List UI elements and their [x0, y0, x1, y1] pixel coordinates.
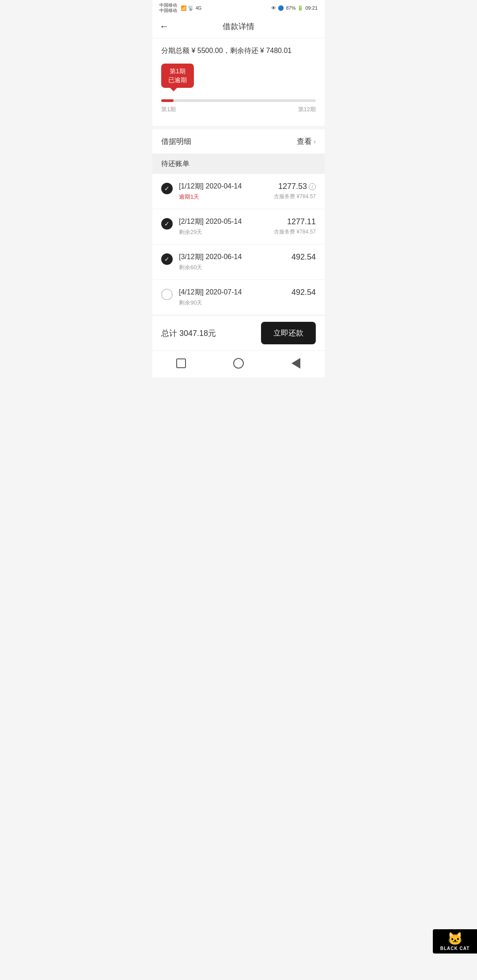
checkbox-2[interactable]: ✓: [161, 218, 173, 230]
bill-1-period-date: [1/12期] 2020-04-14: [179, 182, 268, 191]
progress-track: [161, 99, 316, 102]
list-item: ✓ [2/12期] 2020-05-14 剩余29天 1277.11 含服务费 …: [152, 209, 325, 245]
bill-1-amount-value: 1277.53: [278, 182, 307, 191]
bill-4-status: 剩余90天: [179, 299, 285, 307]
bluetooth-icon: 🔵: [278, 5, 284, 11]
badge-line2: 已逾期: [168, 76, 187, 85]
signal-label: 4G: [196, 6, 201, 11]
square-icon: [176, 358, 186, 368]
back-button[interactable]: ←: [159, 21, 169, 32]
bill-2-period-date: [2/12期] 2020-05-14: [179, 217, 268, 226]
nav-back-button[interactable]: [288, 355, 304, 371]
eye-icon: 👁: [271, 5, 276, 11]
progress-start-label: 第1期: [161, 106, 176, 113]
checkbox-1[interactable]: ✓: [161, 183, 173, 194]
bill-1-info: [1/12期] 2020-04-14 逾期1天: [179, 182, 268, 201]
bill-4-info: [4/12期] 2020-07-14 剩余90天: [179, 288, 285, 307]
status-left: 中国移动 中国移动 📶 📡 4G: [159, 3, 201, 13]
bill-2-info: [2/12期] 2020-05-14 剩余29天: [179, 217, 268, 236]
nav-home-button[interactable]: [231, 355, 246, 371]
bill-2-amount-value: 1277.11: [287, 217, 316, 226]
progress-fill: [161, 99, 174, 102]
carrier-info: 中国移动 中国移动: [159, 3, 177, 13]
loan-detail-label: 借据明细: [161, 136, 191, 147]
chevron-icon: ›: [314, 138, 316, 146]
page-title: 借款详情: [223, 21, 254, 32]
bill-2-amount: 1277.11: [274, 217, 316, 226]
status-bar: 中国移动 中国移动 📶 📡 4G 👁 🔵 87% 🔋 09:21: [152, 0, 325, 15]
pay-button[interactable]: 立即还款: [261, 322, 316, 344]
summary-section: 分期总额 ¥ 5500.00，剩余待还 ¥ 7480.01 第1期 已逾期 第1…: [152, 38, 325, 126]
bill-3-amount: 492.54: [292, 253, 316, 262]
bill-1-service-fee: 含服务费 ¥784.57: [274, 193, 316, 200]
circle-icon: [233, 358, 244, 369]
loan-detail-row[interactable]: 借据明细 查看 ›: [152, 129, 325, 154]
pending-section-header: 待还账单: [152, 154, 325, 174]
progress-area: 第1期 已逾期 第1期 第12期: [161, 64, 316, 113]
bill-2-status: 剩余29天: [179, 228, 268, 236]
signal-icon: 📶: [181, 5, 187, 11]
checkbox-4[interactable]: [161, 289, 173, 300]
bill-3-period-date: [3/12期] 2020-06-14: [179, 253, 285, 262]
bill-4-period-date: [4/12期] 2020-07-14: [179, 288, 285, 297]
bill-3-status: 剩余60天: [179, 264, 285, 271]
bill-1-amount-area: 1277.53 i 含服务费 ¥784.57: [274, 182, 316, 200]
loan-detail-action[interactable]: 查看 ›: [297, 136, 316, 147]
bill-4-amount: 492.54: [292, 288, 316, 297]
info-icon[interactable]: i: [309, 183, 316, 190]
battery-icon: 🔋: [297, 5, 303, 11]
bill-4-amount-value: 492.54: [292, 288, 316, 297]
pending-section-title: 待还账单: [161, 160, 189, 167]
progress-labels: 第1期 第12期: [161, 106, 316, 113]
bill-3-amount-area: 492.54: [292, 253, 316, 264]
bill-3-amount-value: 492.54: [292, 253, 316, 262]
bill-1-status: 逾期1天: [179, 193, 268, 201]
period-badge: 第1期 已逾期: [161, 64, 194, 88]
footer-bar: 总计 3047.18元 立即还款: [152, 315, 325, 351]
checked-icon: ✓: [161, 253, 173, 265]
summary-text: 分期总额 ¥ 5500.00，剩余待还 ¥ 7480.01: [161, 46, 316, 56]
battery-label: 87%: [286, 5, 295, 11]
page-header: ← 借款详情: [152, 15, 325, 38]
list-item: [4/12期] 2020-07-14 剩余90天 492.54: [152, 280, 325, 315]
unchecked-icon: [161, 289, 173, 300]
carrier2-label: 中国移动: [159, 8, 177, 13]
bill-4-amount-area: 492.54: [292, 288, 316, 299]
checkbox-3[interactable]: ✓: [161, 253, 173, 265]
list-item: ✓ [3/12期] 2020-06-14 剩余60天 492.54: [152, 245, 325, 280]
triangle-icon: [292, 358, 300, 369]
status-right: 👁 🔵 87% 🔋 09:21: [271, 5, 318, 11]
total-label: 总计 3047.18元: [161, 328, 216, 339]
checked-icon: ✓: [161, 218, 173, 230]
list-item: ✓ [1/12期] 2020-04-14 逾期1天 1277.53 i 含服务费…: [152, 174, 325, 209]
progress-end-label: 第12期: [298, 106, 316, 113]
bills-list: ✓ [1/12期] 2020-04-14 逾期1天 1277.53 i 含服务费…: [152, 174, 325, 315]
nav-square-button[interactable]: [173, 355, 189, 371]
navigation-bar: [152, 351, 325, 377]
carrier1-label: 中国移动: [159, 3, 177, 8]
bill-2-amount-area: 1277.11 含服务费 ¥784.57: [274, 217, 316, 236]
checked-icon: ✓: [161, 183, 173, 194]
bill-3-info: [3/12期] 2020-06-14 剩余60天: [179, 253, 285, 271]
time-label: 09:21: [305, 5, 318, 11]
wifi-icon: 📡: [188, 5, 194, 11]
loan-detail-action-label: 查看: [297, 136, 312, 147]
badge-line1: 第1期: [168, 67, 187, 76]
bill-1-amount: 1277.53 i: [274, 182, 316, 191]
bill-2-service-fee: 含服务费 ¥784.57: [274, 228, 316, 236]
divider-1: [152, 126, 325, 129]
